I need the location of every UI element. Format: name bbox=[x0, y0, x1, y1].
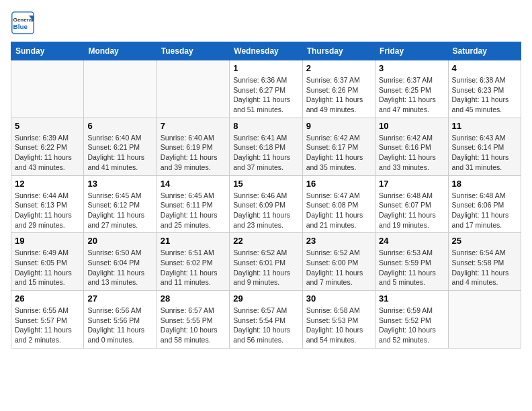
day-number: 20 bbox=[87, 236, 152, 246]
calendar-cell: 25Sunrise: 6:54 AM Sunset: 5:58 PM Dayli… bbox=[448, 233, 521, 291]
calendar-cell: 11Sunrise: 6:43 AM Sunset: 6:14 PM Dayli… bbox=[448, 118, 521, 175]
calendar-week-row: 12Sunrise: 6:44 AM Sunset: 6:13 PM Dayli… bbox=[11, 175, 521, 233]
day-number: 26 bbox=[15, 293, 80, 304]
calendar-week-row: 26Sunrise: 6:55 AM Sunset: 5:57 PM Dayli… bbox=[11, 291, 521, 349]
calendar-cell: 6Sunrise: 6:40 AM Sunset: 6:21 PM Daylig… bbox=[84, 118, 157, 175]
day-info: Sunrise: 6:57 AM Sunset: 5:54 PM Dayligh… bbox=[233, 306, 298, 345]
day-number: 1 bbox=[233, 63, 298, 73]
calendar-cell: 24Sunrise: 6:53 AM Sunset: 5:59 PM Dayli… bbox=[375, 233, 448, 291]
day-info: Sunrise: 6:39 AM Sunset: 6:22 PM Dayligh… bbox=[15, 133, 80, 173]
day-number: 16 bbox=[306, 179, 371, 189]
calendar-cell: 28Sunrise: 6:57 AM Sunset: 5:55 PM Dayli… bbox=[157, 291, 229, 349]
calendar-cell: 16Sunrise: 6:47 AM Sunset: 6:08 PM Dayli… bbox=[302, 175, 375, 233]
day-info: Sunrise: 6:50 AM Sunset: 6:04 PM Dayligh… bbox=[87, 248, 152, 287]
header-row: SundayMondayTuesdayWednesdayThursdayFrid… bbox=[11, 42, 521, 60]
calendar-week-row: 19Sunrise: 6:49 AM Sunset: 6:05 PM Dayli… bbox=[11, 233, 521, 291]
day-of-week-header: Sunday bbox=[11, 42, 84, 60]
calendar-cell: 3Sunrise: 6:37 AM Sunset: 6:25 PM Daylig… bbox=[375, 60, 448, 118]
calendar-week-row: 1Sunrise: 6:36 AM Sunset: 6:27 PM Daylig… bbox=[11, 60, 521, 118]
day-info: Sunrise: 6:51 AM Sunset: 6:02 PM Dayligh… bbox=[161, 248, 226, 287]
day-info: Sunrise: 6:41 AM Sunset: 6:18 PM Dayligh… bbox=[233, 133, 298, 173]
day-info: Sunrise: 6:46 AM Sunset: 6:09 PM Dayligh… bbox=[233, 191, 298, 230]
day-number: 24 bbox=[379, 236, 444, 246]
calendar-cell bbox=[84, 60, 157, 118]
day-of-week-header: Monday bbox=[84, 42, 157, 60]
calendar-cell: 7Sunrise: 6:40 AM Sunset: 6:19 PM Daylig… bbox=[157, 118, 229, 175]
calendar-cell: 15Sunrise: 6:46 AM Sunset: 6:09 PM Dayli… bbox=[230, 175, 302, 233]
logo-icon: General Blue bbox=[11, 11, 35, 35]
day-number: 28 bbox=[161, 293, 226, 304]
day-info: Sunrise: 6:48 AM Sunset: 6:07 PM Dayligh… bbox=[379, 191, 444, 230]
calendar-cell: 30Sunrise: 6:58 AM Sunset: 5:53 PM Dayli… bbox=[302, 291, 375, 349]
day-number: 13 bbox=[87, 179, 152, 189]
calendar-cell bbox=[448, 291, 521, 349]
day-info: Sunrise: 6:43 AM Sunset: 6:14 PM Dayligh… bbox=[452, 133, 517, 173]
day-number: 3 bbox=[379, 63, 444, 73]
day-info: Sunrise: 6:53 AM Sunset: 5:59 PM Dayligh… bbox=[379, 248, 444, 287]
day-of-week-header: Friday bbox=[375, 42, 448, 60]
calendar-cell: 23Sunrise: 6:52 AM Sunset: 6:00 PM Dayli… bbox=[302, 233, 375, 291]
day-number: 14 bbox=[161, 179, 226, 189]
calendar-table: SundayMondayTuesdayWednesdayThursdayFrid… bbox=[11, 42, 521, 349]
calendar-cell: 9Sunrise: 6:42 AM Sunset: 6:17 PM Daylig… bbox=[302, 118, 375, 175]
calendar-cell: 5Sunrise: 6:39 AM Sunset: 6:22 PM Daylig… bbox=[11, 118, 84, 175]
calendar-cell: 31Sunrise: 6:59 AM Sunset: 5:52 PM Dayli… bbox=[375, 291, 448, 349]
day-of-week-header: Saturday bbox=[448, 42, 521, 60]
day-of-week-header: Thursday bbox=[302, 42, 375, 60]
day-info: Sunrise: 6:42 AM Sunset: 6:16 PM Dayligh… bbox=[379, 133, 444, 173]
day-number: 12 bbox=[15, 179, 80, 189]
day-info: Sunrise: 6:42 AM Sunset: 6:17 PM Dayligh… bbox=[306, 133, 371, 173]
day-info: Sunrise: 6:45 AM Sunset: 6:12 PM Dayligh… bbox=[87, 191, 152, 230]
day-info: Sunrise: 6:40 AM Sunset: 6:19 PM Dayligh… bbox=[161, 133, 226, 173]
day-number: 19 bbox=[15, 236, 80, 246]
day-info: Sunrise: 6:37 AM Sunset: 6:25 PM Dayligh… bbox=[379, 75, 444, 115]
day-number: 2 bbox=[306, 63, 371, 73]
page-header: General Blue bbox=[11, 11, 521, 35]
day-number: 17 bbox=[379, 179, 444, 189]
calendar-cell: 27Sunrise: 6:56 AM Sunset: 5:56 PM Dayli… bbox=[84, 291, 157, 349]
day-number: 21 bbox=[161, 236, 226, 246]
day-info: Sunrise: 6:59 AM Sunset: 5:52 PM Dayligh… bbox=[379, 306, 444, 345]
calendar-cell bbox=[157, 60, 229, 118]
day-info: Sunrise: 6:52 AM Sunset: 6:00 PM Dayligh… bbox=[306, 248, 371, 287]
day-number: 18 bbox=[452, 179, 517, 189]
day-info: Sunrise: 6:38 AM Sunset: 6:23 PM Dayligh… bbox=[452, 75, 517, 115]
calendar-cell bbox=[11, 60, 84, 118]
day-number: 22 bbox=[233, 236, 298, 246]
calendar-cell: 26Sunrise: 6:55 AM Sunset: 5:57 PM Dayli… bbox=[11, 291, 84, 349]
calendar-cell: 18Sunrise: 6:48 AM Sunset: 6:06 PM Dayli… bbox=[448, 175, 521, 233]
calendar-cell: 10Sunrise: 6:42 AM Sunset: 6:16 PM Dayli… bbox=[375, 118, 448, 175]
day-number: 23 bbox=[306, 236, 371, 246]
day-number: 15 bbox=[233, 179, 298, 189]
day-info: Sunrise: 6:36 AM Sunset: 6:27 PM Dayligh… bbox=[233, 75, 298, 115]
calendar-cell: 1Sunrise: 6:36 AM Sunset: 6:27 PM Daylig… bbox=[230, 60, 302, 118]
day-number: 30 bbox=[306, 293, 371, 304]
day-info: Sunrise: 6:45 AM Sunset: 6:11 PM Dayligh… bbox=[161, 191, 226, 230]
calendar-cell: 8Sunrise: 6:41 AM Sunset: 6:18 PM Daylig… bbox=[230, 118, 302, 175]
day-number: 27 bbox=[87, 293, 152, 304]
day-info: Sunrise: 6:40 AM Sunset: 6:21 PM Dayligh… bbox=[87, 133, 152, 173]
calendar-body: 1Sunrise: 6:36 AM Sunset: 6:27 PM Daylig… bbox=[11, 60, 521, 349]
svg-text:Blue: Blue bbox=[13, 23, 28, 30]
calendar-cell: 12Sunrise: 6:44 AM Sunset: 6:13 PM Dayli… bbox=[11, 175, 84, 233]
svg-text:General: General bbox=[13, 17, 34, 23]
day-number: 7 bbox=[161, 121, 226, 131]
calendar-cell: 13Sunrise: 6:45 AM Sunset: 6:12 PM Dayli… bbox=[84, 175, 157, 233]
day-of-week-header: Tuesday bbox=[157, 42, 229, 60]
calendar-cell: 21Sunrise: 6:51 AM Sunset: 6:02 PM Dayli… bbox=[157, 233, 229, 291]
day-info: Sunrise: 6:58 AM Sunset: 5:53 PM Dayligh… bbox=[306, 306, 371, 345]
day-info: Sunrise: 6:54 AM Sunset: 5:58 PM Dayligh… bbox=[452, 248, 517, 287]
calendar-cell: 20Sunrise: 6:50 AM Sunset: 6:04 PM Dayli… bbox=[84, 233, 157, 291]
calendar-cell: 22Sunrise: 6:52 AM Sunset: 6:01 PM Dayli… bbox=[230, 233, 302, 291]
day-number: 8 bbox=[233, 121, 298, 131]
day-info: Sunrise: 6:49 AM Sunset: 6:05 PM Dayligh… bbox=[15, 248, 80, 287]
day-info: Sunrise: 6:52 AM Sunset: 6:01 PM Dayligh… bbox=[233, 248, 298, 287]
day-number: 11 bbox=[452, 121, 517, 131]
calendar-cell: 29Sunrise: 6:57 AM Sunset: 5:54 PM Dayli… bbox=[230, 291, 302, 349]
day-info: Sunrise: 6:57 AM Sunset: 5:55 PM Dayligh… bbox=[161, 306, 226, 345]
day-number: 5 bbox=[15, 121, 80, 131]
day-info: Sunrise: 6:47 AM Sunset: 6:08 PM Dayligh… bbox=[306, 191, 371, 230]
day-number: 6 bbox=[87, 121, 152, 131]
day-info: Sunrise: 6:56 AM Sunset: 5:56 PM Dayligh… bbox=[87, 306, 152, 345]
logo: General Blue bbox=[11, 11, 39, 35]
